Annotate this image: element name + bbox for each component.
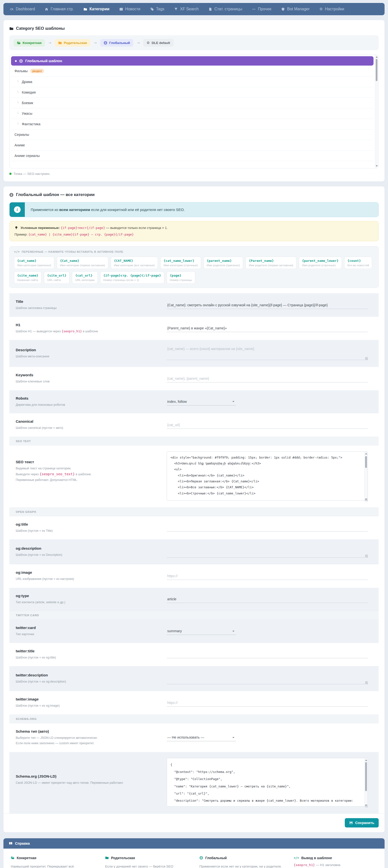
og-image-input[interactable]	[167, 572, 368, 580]
field-label: og:type	[16, 594, 159, 598]
variable-desc: Имя категории (первая заглавная)	[60, 264, 105, 267]
tree-row-category[interactable]: └ Комедия	[11, 87, 374, 98]
title-input[interactable]	[167, 301, 368, 309]
variable-code: {cat_name}	[17, 259, 51, 262]
scroll-up-icon[interactable]	[376, 56, 378, 58]
nav-item-misc[interactable]: Прочее	[252, 7, 271, 11]
variable-chip[interactable]: {site_name}Название сайта	[14, 271, 41, 284]
variable-chip[interactable]: {page}Номер страницы	[167, 271, 195, 284]
schema-json-scrollbar[interactable]	[364, 758, 367, 807]
variable-desc: Имя категории (все заглавные)	[114, 264, 155, 267]
section-band-seo-text: SEO TEXT	[9, 437, 379, 445]
og-type-input[interactable]	[167, 595, 368, 603]
category-tree: Глобальный шаблон Фильмы раздел └ Драма …	[9, 55, 379, 168]
tree-row-category[interactable]: Аниме сериалы	[11, 151, 374, 161]
seo-template-form: Title Шаблон заголовка страницы H1 Шабло…	[9, 293, 379, 813]
seo-text-code-textarea[interactable]: <div style="background: #f9f9f9; padding…	[167, 452, 368, 501]
robots-selected-value: index, follow	[167, 400, 187, 404]
keywords-input[interactable]	[167, 375, 368, 382]
tree-row-category[interactable]: └ Ужасы	[11, 108, 374, 119]
tree-row-category[interactable]: Фильмы раздел	[11, 66, 374, 76]
shield-icon	[281, 7, 285, 11]
nav-item-static-pages[interactable]: Стат. страницы	[208, 7, 242, 11]
tree-branch-icon: └	[17, 112, 19, 116]
field-label: SEO текст	[16, 460, 159, 464]
nav-item-xf-search[interactable]: XF Search	[174, 7, 199, 11]
legend-chip-label: DLE default	[152, 41, 170, 45]
legend-chip-global[interactable]: Глобальный	[100, 39, 133, 46]
nav-item-categories[interactable]: Категории	[84, 7, 109, 11]
help-col-title: Конкретная	[17, 856, 36, 860]
variable-chip[interactable]: {cat_name_lower}Имя категории (строчные)	[160, 257, 201, 269]
h1-input[interactable]	[167, 324, 368, 332]
tree-row-label: Аниме сериалы	[14, 154, 40, 158]
scroll-up-icon[interactable]	[365, 453, 367, 455]
variable-chip[interactable]: {if-page}стр. {page}{/if-page}Номер стра…	[100, 271, 164, 284]
resize-grip-icon[interactable]	[365, 681, 368, 684]
variable-chip[interactable]: {site_url}URL сайта	[44, 271, 69, 284]
twitter-description-textarea[interactable]	[167, 672, 368, 684]
og-title-input[interactable]	[167, 524, 368, 531]
seo-text-scrollbar[interactable]	[364, 452, 367, 501]
resize-grip-icon[interactable]	[365, 805, 367, 807]
chevron-down-icon	[232, 736, 235, 739]
scrollbar-thumb[interactable]	[376, 59, 378, 81]
field-label: H1	[16, 323, 159, 327]
legend-chip-specific[interactable]: Конкретная	[13, 39, 45, 46]
editor-title: Глобальный шаблон — все категории	[16, 192, 95, 197]
nav-item-tags[interactable]: Tags	[150, 7, 165, 11]
field-label: Schema тип (авто)	[16, 729, 159, 734]
tree-global-template-row[interactable]: Глобальный шаблон	[11, 56, 374, 66]
nav-item-home[interactable]: Главная стр.	[45, 7, 74, 11]
schema-type-select[interactable]: — Не использовать —	[167, 734, 236, 741]
ellipsis-icon	[252, 7, 256, 11]
variable-chip[interactable]: {Parent_name}Имя родителя (первая заглав…	[246, 257, 296, 269]
tree-row-category[interactable]: └ Фантастика	[11, 119, 374, 129]
tree-row-category[interactable]: └ Драма	[11, 76, 374, 87]
tree-status-line: Точка — SEO настроен.	[9, 172, 379, 176]
nav-item-settings[interactable]: ⚙ Настройки	[320, 7, 344, 11]
twitter-title-input[interactable]	[167, 651, 368, 658]
resize-grip-icon[interactable]	[365, 499, 367, 501]
variable-chip[interactable]: {parent_name_lower}Имя родителя (строчны…	[299, 257, 342, 269]
description-textarea[interactable]	[167, 346, 368, 360]
variable-chip[interactable]: {Cat_name}Имя категории (первая заглавна…	[57, 257, 108, 269]
save-button[interactable]: Сохранить	[345, 818, 379, 828]
resize-grip-icon[interactable]	[365, 555, 368, 557]
canonical-input[interactable]	[167, 421, 368, 429]
robots-select[interactable]: index, follow	[167, 398, 236, 405]
nav-item-news[interactable]: Новости	[119, 7, 140, 11]
legend-chip-dle-default[interactable]: ⚙ DLE default	[143, 39, 173, 46]
scrollbar-thumb[interactable]	[365, 762, 367, 791]
tree-row-category[interactable]: └ Боевик	[11, 98, 374, 108]
tag-icon	[150, 7, 154, 11]
tree-scrollbar[interactable]	[375, 55, 378, 168]
help-col-global: Глобальный Применяется если нет ни у кат…	[199, 856, 283, 868]
variable-chip[interactable]: {parent_name}Имя родителя (оригинал)	[203, 257, 244, 269]
twitter-image-input[interactable]	[167, 699, 368, 707]
tree-row-label: Комедия	[22, 90, 36, 94]
tree-row-category[interactable]: Аниме	[11, 140, 374, 151]
tree-row-category[interactable]: Сериалы	[11, 129, 374, 140]
nav-item-bot-manager[interactable]: Bot Manager	[281, 7, 310, 11]
resize-grip-icon[interactable]	[365, 357, 368, 360]
scroll-down-icon[interactable]	[376, 165, 378, 167]
variable-chip[interactable]: {CAT_NAME}Имя категории (все заглавные)	[111, 257, 158, 269]
nav-item-dashboard[interactable]: Dashboard	[10, 7, 35, 11]
variable-chip[interactable]: {cat_name}Имя категории (оригинал)	[14, 257, 54, 269]
scrollbar-thumb[interactable]	[365, 456, 367, 468]
field-row-title: Title Шаблон заголовка страницы	[9, 293, 379, 317]
code-icon: </>	[14, 250, 20, 253]
schema-json-textarea[interactable]: { "@context": "https://schema.org", "@ty…	[167, 758, 368, 807]
twitter-card-select[interactable]: summary	[167, 627, 236, 635]
scroll-up-icon[interactable]	[365, 760, 367, 761]
legend-chip-parent[interactable]: Родительская	[55, 39, 90, 46]
og-description-textarea[interactable]	[167, 545, 368, 558]
chevron-down-icon	[232, 400, 235, 403]
variable-chip[interactable]: {cat_url}URL категории	[72, 271, 97, 284]
field-sublabel: Шаблон (пустое = из og:image)	[16, 703, 159, 709]
variable-chip[interactable]: {count}Кол-во новостей	[344, 257, 372, 269]
variables-panel: </> ПЕРЕМЕННЫЕ — НАЖМИТЕ ЧТОБЫ ВСТАВИТЬ …	[9, 246, 379, 288]
field-row-keywords: Keywords Шаблон ключевых слов	[9, 367, 379, 390]
field-row-schema-type: Schema тип (авто) Выберите тип — JSON-LD…	[9, 723, 379, 752]
